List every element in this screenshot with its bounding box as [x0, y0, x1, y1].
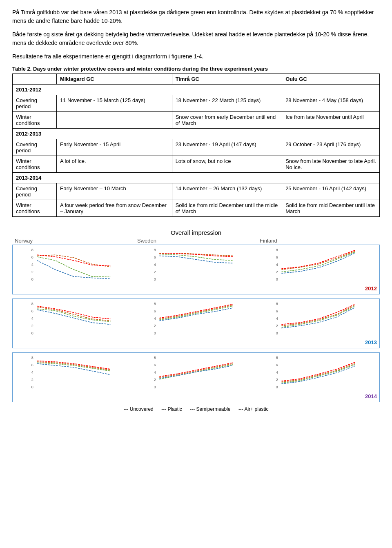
- svg-text:8: 8: [154, 248, 156, 252]
- svg-text:6: 6: [276, 309, 278, 313]
- chart-finland-2012: 8 6 4 2 0 2012: [257, 245, 379, 294]
- table-cell: Snow cover from early December until end…: [172, 112, 282, 129]
- svg-text:8: 8: [276, 356, 278, 360]
- chart-row-2012: 8 6 4 2 0 8 6 4 2 0: [12, 245, 380, 294]
- table-cell: 28 November - 4 May (158 days): [282, 95, 380, 112]
- svg-text:6: 6: [154, 255, 156, 259]
- legend-airplastic: --- Air+ plastic: [238, 406, 269, 412]
- svg-text:0: 0: [154, 277, 156, 281]
- svg-text:8: 8: [154, 302, 156, 306]
- chart-sweden-2014: 8 6 4 2 0: [135, 353, 258, 402]
- table-cell: Ice from late November until April: [282, 112, 380, 129]
- legend-uncovered: --- Uncovered: [123, 406, 153, 412]
- svg-text:4: 4: [31, 370, 33, 374]
- table-cell: Solid ice from mid December until the mi…: [172, 200, 282, 217]
- table-cell: Covering period: [13, 183, 57, 200]
- svg-text:8: 8: [276, 302, 278, 306]
- svg-text:8: 8: [31, 302, 33, 306]
- svg-text:6: 6: [31, 309, 33, 313]
- year-row-cell: 2011-2012: [13, 85, 380, 95]
- table-cell: 25 November - 16 April (142 days): [282, 183, 380, 200]
- chart-finland-2014: 8 6 4 2 0 2014: [257, 353, 379, 402]
- svg-text:8: 8: [154, 356, 156, 360]
- svg-text:6: 6: [276, 363, 278, 367]
- data-table: Miklagard GC Timrå GC Oulu GC 2011-2012C…: [12, 74, 380, 217]
- intro-p1: På Timrå golfklubb var det bare våren 20…: [12, 8, 380, 25]
- table-cell: Lots of snow, but no ice: [172, 156, 282, 173]
- table-cell: Covering period: [13, 139, 57, 156]
- table-cell: Winter conditions: [13, 200, 57, 217]
- table-cell: A lot of ice.: [56, 156, 172, 173]
- col-label-finland: Finland: [257, 238, 380, 244]
- chart-norway-2014: 8 6 4 2 0: [13, 353, 135, 402]
- year-row-cell: 2012-2013: [13, 129, 380, 139]
- intro-p3: Resultatene fra alle eksperimentene er g…: [12, 52, 380, 61]
- col-header-oulu: Oulu GC: [282, 74, 380, 85]
- year-label-2012: 2012: [365, 285, 377, 292]
- intro-p2: Både første og siste året ga dekking bet…: [12, 30, 380, 47]
- year-label-2013: 2013: [365, 339, 377, 345]
- svg-text:0: 0: [154, 385, 156, 389]
- table-cell: Solid ice from mid December until late M…: [282, 200, 380, 217]
- table-cell: 23 November - 19 April (147 days): [172, 139, 282, 156]
- legend-semipermeable: --- Semipermeable: [190, 406, 230, 412]
- chart-row-2014: 8 6 4 2 0 8 6 4 2 0: [12, 352, 380, 402]
- svg-text:2: 2: [31, 270, 33, 274]
- svg-text:8: 8: [276, 248, 278, 252]
- svg-text:0: 0: [276, 277, 278, 281]
- svg-text:6: 6: [31, 363, 33, 367]
- col-label-norway: Norway: [12, 238, 135, 244]
- svg-text:4: 4: [276, 316, 278, 321]
- col-label-sweden: Sweden: [135, 238, 257, 244]
- svg-text:2: 2: [31, 324, 33, 328]
- svg-text:2: 2: [154, 270, 156, 274]
- table-cell: Winter conditions: [13, 112, 57, 129]
- svg-text:2: 2: [154, 378, 156, 382]
- chart-title: Overall impression: [12, 229, 380, 236]
- svg-text:0: 0: [31, 331, 33, 335]
- svg-text:4: 4: [154, 370, 156, 374]
- col-header-timra: Timrå GC: [172, 74, 282, 85]
- svg-text:0: 0: [276, 331, 278, 335]
- col-header-miklagard: Miklagard GC: [56, 74, 172, 85]
- chart-section: Overall impression Norway Sweden Finland…: [12, 229, 380, 412]
- svg-text:2: 2: [31, 378, 33, 382]
- chart-sweden-2012: 8 6 4 2 0: [135, 245, 258, 294]
- svg-text:8: 8: [31, 248, 33, 252]
- svg-text:2: 2: [276, 270, 278, 274]
- svg-text:0: 0: [276, 385, 278, 389]
- table-cell: [56, 112, 172, 129]
- table-caption: Table 2. Days under winter protective co…: [12, 66, 380, 72]
- svg-text:4: 4: [154, 316, 156, 321]
- svg-text:6: 6: [276, 255, 278, 259]
- svg-text:4: 4: [276, 263, 278, 267]
- svg-text:4: 4: [31, 316, 33, 321]
- table-cell: Covering period: [13, 95, 57, 112]
- svg-text:0: 0: [31, 277, 33, 281]
- svg-text:2: 2: [276, 378, 278, 382]
- svg-text:4: 4: [31, 263, 33, 267]
- table-cell: A four week period free from snow Decemb…: [56, 200, 172, 217]
- chart-row-2013: 8 6 4 2 0 8 6 4 2 0: [12, 299, 380, 348]
- svg-text:6: 6: [154, 363, 156, 367]
- table-cell: Early November - 15 April: [56, 139, 172, 156]
- legend-plastic: --- Plastic: [161, 406, 182, 412]
- table-cell: 29 October - 23 April (176 days): [282, 139, 380, 156]
- svg-text:6: 6: [154, 309, 156, 313]
- chart-legend: --- Uncovered --- Plastic --- Semipermea…: [12, 406, 380, 412]
- svg-text:0: 0: [154, 331, 156, 335]
- svg-text:0: 0: [31, 385, 33, 389]
- chart-sweden-2013: 8 6 4 2 0: [135, 299, 258, 348]
- svg-text:2: 2: [276, 324, 278, 328]
- table-cell: 11 November - 15 March (125 days): [56, 95, 172, 112]
- year-label-2014: 2014: [365, 393, 377, 399]
- svg-text:4: 4: [276, 370, 278, 374]
- table-cell: Snow from late November to late April. N…: [282, 156, 380, 173]
- chart-finland-2013: 8 6 4 2 0 2013: [257, 299, 379, 348]
- col-header-0: [13, 74, 57, 85]
- svg-text:6: 6: [31, 255, 33, 259]
- table-cell: 14 November – 26 March (132 days): [172, 183, 282, 200]
- table-cell: Winter conditions: [13, 156, 57, 173]
- svg-text:2: 2: [154, 324, 156, 328]
- chart-norway-2013: 8 6 4 2 0: [13, 299, 135, 348]
